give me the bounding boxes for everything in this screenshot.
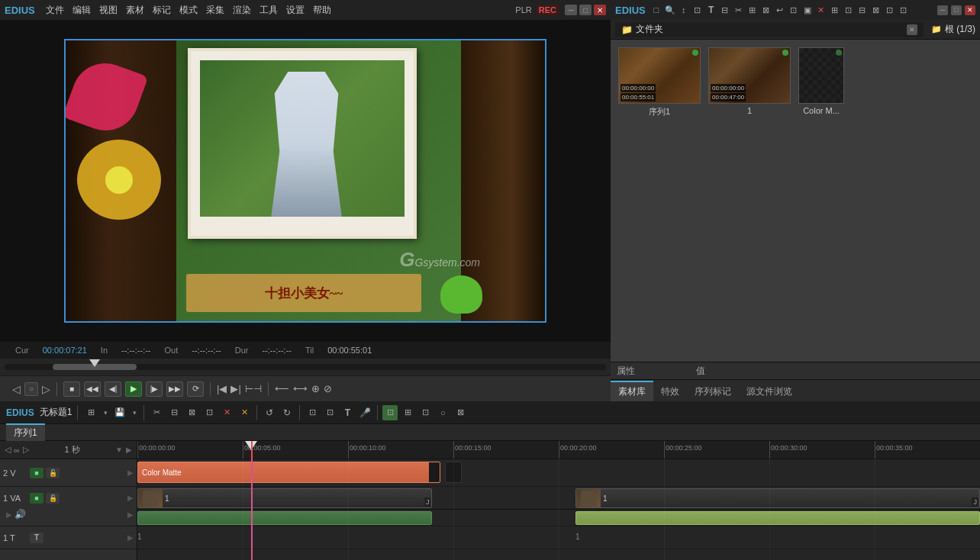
bt-icon-b[interactable]: ⊡ bbox=[322, 405, 337, 420]
jog-right-icon[interactable]: ▷ bbox=[42, 383, 50, 395]
mode-btn[interactable]: ⟵ bbox=[275, 383, 289, 394]
tab-source-browser[interactable]: 源文件浏览 bbox=[739, 382, 800, 401]
scroll-track[interactable] bbox=[5, 364, 606, 370]
clip-color-matte[interactable]: Color Matte bbox=[137, 462, 440, 483]
tab-seq-markers[interactable]: 序列标记 bbox=[687, 382, 739, 401]
rt-win-close[interactable]: ✕ bbox=[965, 5, 975, 15]
bt-dropdown1[interactable]: ▾ bbox=[101, 405, 110, 420]
rt-undo-icon[interactable]: ↩ bbox=[774, 4, 786, 16]
bt-cut-icon[interactable]: ✂ bbox=[149, 405, 164, 420]
bt-paste-icon[interactable]: ⊠ bbox=[184, 405, 199, 420]
rt-win-min[interactable]: ─ bbox=[937, 5, 948, 15]
rt-icon4[interactable]: ⊡ bbox=[691, 4, 704, 16]
window-close[interactable]: ✕ bbox=[594, 5, 606, 15]
trim-btn[interactable]: ⊢⊣ bbox=[245, 383, 262, 394]
rt-icon11[interactable]: ⊡ bbox=[788, 4, 800, 16]
rt-icon3[interactable]: ↕ bbox=[678, 4, 690, 16]
bt-mic-icon[interactable]: 🎤 bbox=[357, 405, 372, 420]
mark-in-btn[interactable]: |◀ bbox=[217, 383, 227, 394]
split-btn[interactable]: ⊕ bbox=[311, 383, 320, 394]
bt-save-icon[interactable]: 💾 bbox=[112, 405, 127, 420]
bt-new-seq-icon[interactable]: ⊞ bbox=[83, 405, 98, 420]
track-t1-arrow[interactable]: ▶ bbox=[127, 533, 134, 542]
track-v2-eye[interactable]: ■ bbox=[30, 468, 44, 478]
menu-capture[interactable]: 采集 bbox=[202, 2, 228, 18]
folder-close-btn[interactable]: ✕ bbox=[907, 24, 917, 35]
bt-render-icon[interactable]: ⊠ bbox=[453, 405, 468, 420]
bt-grid-icon[interactable]: ⊞ bbox=[400, 405, 415, 420]
preview-scrollbar[interactable] bbox=[0, 359, 611, 375]
track-v2-lock[interactable]: 🔓 bbox=[46, 468, 60, 478]
rt-icon14[interactable]: ⊞ bbox=[829, 4, 841, 16]
window-minimize[interactable]: ─ bbox=[565, 5, 577, 15]
rt-icon8[interactable]: ⊞ bbox=[746, 4, 759, 16]
rt-close-icon[interactable]: ✕ bbox=[815, 4, 827, 16]
menu-render[interactable]: 渲染 bbox=[229, 2, 255, 18]
tab-effects[interactable]: 特效 bbox=[653, 382, 687, 401]
track-va1-eye[interactable]: ■ bbox=[30, 493, 44, 504]
clip-va1-video-2[interactable]: 1 J bbox=[575, 488, 980, 508]
bt-undo-icon[interactable]: ↺ bbox=[262, 405, 277, 420]
step-back-btn[interactable]: ◀| bbox=[105, 381, 121, 397]
track-t1-text-icon[interactable]: T bbox=[30, 533, 44, 543]
bt-text-overlay[interactable]: T bbox=[340, 405, 355, 420]
rewind-btn[interactable]: ◀◀ bbox=[84, 381, 101, 397]
rt-icon6[interactable]: ⊟ bbox=[719, 4, 731, 16]
clip-audio-green-2[interactable] bbox=[575, 511, 980, 525]
rt-icon15[interactable]: ⊡ bbox=[843, 4, 855, 16]
rt-icon16[interactable]: ⊟ bbox=[856, 4, 869, 16]
menu-view[interactable]: 视图 bbox=[95, 2, 121, 18]
rt-search-icon[interactable]: 🔍 bbox=[664, 4, 676, 16]
tab-media-library[interactable]: 素材库 bbox=[611, 381, 653, 401]
rt-scissors-icon[interactable]: ✂ bbox=[733, 4, 745, 16]
mark-out-btn[interactable]: ▶| bbox=[230, 383, 240, 394]
jog-left-icon[interactable]: ◁ bbox=[12, 383, 21, 395]
rt-icon17[interactable]: ⊠ bbox=[870, 4, 882, 16]
clip-va1-video-1[interactable]: 1 J bbox=[137, 488, 432, 508]
bt-icon-a[interactable]: ⊡ bbox=[305, 405, 320, 420]
rt-icon9[interactable]: ⊠ bbox=[760, 4, 772, 16]
stop-btn[interactable]: ■ bbox=[63, 381, 80, 397]
thumbnail-item-2[interactable]: Color M... bbox=[798, 47, 844, 117]
step-fwd-btn[interactable]: |▶ bbox=[146, 381, 163, 397]
rt-icon18[interactable]: ⊡ bbox=[884, 4, 896, 16]
track-scale-icon-1[interactable]: ◁ bbox=[5, 445, 11, 455]
fast-fwd-btn[interactable]: ▶▶ bbox=[166, 381, 183, 397]
track-va1-audio-arrow2[interactable]: ▶ bbox=[127, 510, 134, 519]
menu-file[interactable]: 文件 bbox=[42, 2, 68, 18]
razor-btn[interactable]: ⊘ bbox=[324, 383, 332, 394]
track-va1-lock[interactable]: 🔓 bbox=[46, 493, 60, 504]
play-btn[interactable]: ▶ bbox=[125, 381, 142, 397]
bt-wave-icon[interactable]: ⊡ bbox=[417, 405, 433, 420]
menu-mark[interactable]: 标记 bbox=[149, 2, 175, 18]
window-maximize[interactable]: □ bbox=[579, 5, 592, 15]
thumbnail-item-0[interactable]: 00:00:00:00 00:00:55:01 序列1 bbox=[618, 47, 701, 117]
menu-mode[interactable]: 模式 bbox=[176, 2, 201, 18]
bt-red-x-icon[interactable]: ✕ bbox=[219, 405, 234, 420]
bt-dropdown2[interactable]: ▾ bbox=[130, 405, 139, 420]
menu-media[interactable]: 素材 bbox=[122, 2, 148, 18]
menu-settings[interactable]: 设置 bbox=[282, 2, 308, 18]
rt-text-icon[interactable]: T bbox=[705, 4, 717, 16]
bt-circle-icon[interactable]: ○ bbox=[435, 405, 450, 420]
ripple-btn[interactable]: ⟷ bbox=[293, 383, 308, 394]
track-scale-icon-2[interactable]: ∞ bbox=[14, 446, 20, 455]
clip-audio-green-1[interactable] bbox=[137, 511, 432, 525]
track-arrow-right[interactable]: ▶ bbox=[126, 446, 132, 454]
menu-help[interactable]: 帮助 bbox=[309, 2, 335, 18]
bt-orange-x-icon[interactable]: ✕ bbox=[237, 405, 252, 420]
track-va1-speaker[interactable]: 🔊 bbox=[15, 509, 26, 520]
menu-edit[interactable]: 编辑 bbox=[69, 2, 95, 18]
rt-new-icon[interactable]: □ bbox=[650, 4, 662, 16]
track-va1-audio-arrow1[interactable]: ▶ bbox=[6, 510, 12, 519]
track-va1-arrow[interactable]: ▶ bbox=[127, 494, 134, 502]
track-scale-icon-3[interactable]: ▷ bbox=[23, 445, 29, 455]
thumbnail-item-1[interactable]: 00:00:00:00 00:00:47:00 1 bbox=[708, 47, 791, 117]
rt-icon19[interactable]: ⊡ bbox=[898, 4, 910, 16]
track-arrow-down[interactable]: ▼ bbox=[115, 446, 123, 454]
bt-copy-icon[interactable]: ⊟ bbox=[166, 405, 182, 420]
bt-color-icon[interactable]: ⊡ bbox=[382, 405, 398, 420]
track-v2-arrow[interactable]: ▶ bbox=[127, 468, 134, 477]
rt-icon12[interactable]: ▣ bbox=[801, 4, 814, 16]
loop-btn[interactable]: ⟳ bbox=[187, 381, 204, 397]
